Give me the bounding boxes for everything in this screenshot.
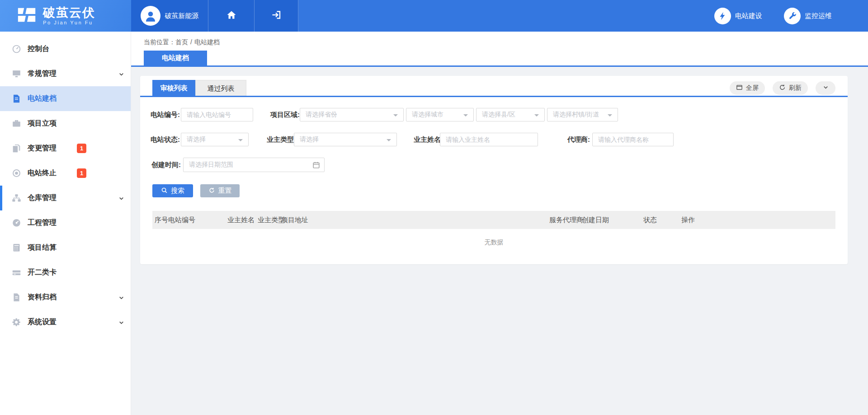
owner-type-label: 业主类型: [267,135,292,144]
sidebar-item-data-archive[interactable]: 资料归档 [0,285,131,310]
filter-station-status: 电站状态: 请选择 [151,133,249,146]
agent-input[interactable] [592,133,674,146]
home-button[interactable] [208,0,254,32]
sidebar-item-label: 系统设置 [28,317,57,327]
sidebar-item-label: 控制台 [28,44,49,54]
brand-subtitle: Po Jian Yun Fu [43,20,95,25]
user-menu[interactable]: 破茧新能源 [131,0,208,32]
sidebar-item-project-settlement[interactable]: 项目结算 [0,235,131,260]
select-arrow-icon [387,139,391,144]
fullscreen-button[interactable]: 全屏 [730,81,765,95]
card-icon [12,268,21,277]
brand-title: 破茧云伏 [43,6,95,19]
chevron-down-icon [118,195,124,201]
avatar [141,6,160,26]
sidebar-item-open-card[interactable]: 开二类卡 [0,260,131,285]
file-icon [12,293,21,302]
home-icon [226,9,237,22]
copy-icon [12,144,21,153]
column-header: 业主姓名 [227,216,258,224]
district-select[interactable]: 请选择县/区 [476,108,545,121]
top-header: 破茧云伏 Po Jian Yun Fu 破茧新能源 电站建设 监控 [0,0,868,32]
search-button[interactable]: 搜索 [152,184,193,197]
owner-name-label: 业主姓名: [414,135,438,144]
nav-label: 电站建设 [735,12,762,20]
sidebar-item-station-termination[interactable]: 电站终止 1 [0,161,131,186]
nav-label: 监控运维 [805,12,832,20]
collapse-button[interactable] [816,81,835,95]
logout-button[interactable] [254,0,298,32]
filter-region: 项目区域: 请选择省份 请选择城市 请选择县/区 请选择村镇/街道 [270,108,618,121]
select-arrow-icon [608,114,612,119]
nav-monitor-ops[interactable]: 监控运维 [784,8,832,24]
logout-icon [271,9,282,22]
breadcrumb-prefix: 当前位置： [144,38,175,46]
panel-tools: 全屏 刷新 [730,81,835,95]
brand-logo: 破茧云伏 Po Jian Yun Fu [0,0,131,32]
sidebar-item-label: 仓库管理 [28,193,57,203]
briefcase-icon [12,119,21,128]
breadcrumb-home-link[interactable]: 首页 [175,38,188,46]
page-tab-station-archive[interactable]: 电站建档 [144,51,207,65]
breadcrumb-current: 电站建档 [194,38,220,46]
province-select[interactable]: 请选择省份 [300,108,404,121]
filter-owner-type: 业主类型: 请选择 [267,133,397,146]
breadcrumb-bar: 当前位置：首页/电站建档 电站建档 [131,32,868,67]
sidebar-item-warehouse-mgmt[interactable]: 仓库管理 [0,186,131,210]
station-status-select[interactable]: 请选择 [181,133,249,146]
select-arrow-icon [534,114,539,119]
owner-name-input[interactable] [440,133,538,146]
station-status-label: 电站状态: [151,135,179,144]
reset-icon [208,187,215,195]
badge-count: 1 [77,144,86,153]
chevron-down-icon [822,84,829,92]
refresh-button[interactable]: 刷新 [773,81,808,95]
breadcrumb: 当前位置：首页/电站建档 [144,38,220,47]
sidebar-item-system-settings[interactable]: 系统设置 [0,310,131,335]
agent-label: 代理商: [561,135,590,144]
city-select[interactable]: 请选择城市 [406,108,474,121]
region-label: 项目区域: [270,111,297,119]
gear-icon [12,317,21,327]
sidebar-item-engineering-mgmt[interactable]: 工程管理 [0,210,131,235]
calendar-icon [312,161,320,169]
search-icon [161,187,168,195]
column-header: 业主类型 [258,216,281,224]
create-time-label: 创建时间: [151,161,181,169]
panel-card: 审核列表 通过列表 全屏 刷新 [140,76,848,264]
filter-station-no: 电站编号: [151,108,253,121]
dashboard-icon [12,44,21,54]
sidebar-item-label: 资料归档 [28,293,57,302]
monitor-icon [12,69,21,79]
sidebar-item-label: 开二类卡 [28,268,57,277]
town-select[interactable]: 请选择村镇/街道 [547,108,618,121]
sidebar-item-general-mgmt[interactable]: 常规管理 [0,61,131,86]
sidebar-item-dashboard[interactable]: 控制台 [0,37,131,61]
filter-agent: 代理商: [561,133,674,146]
table-empty-state: 无数据 [152,238,835,247]
reset-button[interactable]: 重置 [200,184,240,197]
date-range-input[interactable]: 请选择日期范围 [183,158,325,172]
header-right-nav: 电站建设 监控运维 [714,0,832,32]
filter-owner-name: 业主姓名: [414,133,538,146]
fullscreen-icon [736,84,743,92]
sidebar-item-project-initiation[interactable]: 项目立项 [0,111,131,136]
owner-type-select[interactable]: 请选择 [294,133,397,146]
filter-create-time: 创建时间: 请选择日期范围 [151,158,325,172]
nav-station-construction[interactable]: 电站建设 [714,8,762,24]
tab-passed-list[interactable]: 通过列表 [195,80,246,96]
select-arrow-icon [393,114,398,119]
select-arrow-icon [238,139,243,144]
sidebar-item-change-mgmt[interactable]: 变更管理 1 [0,136,131,161]
station-no-input[interactable] [181,108,253,121]
tab-review-list[interactable]: 审核列表 [152,80,195,96]
sitemap-icon [12,193,21,203]
sidebar-item-label: 工程管理 [28,218,57,228]
sidebar: 控制台 常规管理 电站建档 项目立项 变更管理 1 电站终止 1 [0,32,131,415]
solar-panel-logo-icon [16,5,37,26]
sidebar-item-label: 电站建档 [28,94,57,103]
sidebar-item-station-archive[interactable]: 电站建档 [0,86,131,111]
gauge-icon [12,218,21,228]
chevron-down-icon [118,319,124,325]
sidebar-item-label: 项目结算 [28,243,57,252]
